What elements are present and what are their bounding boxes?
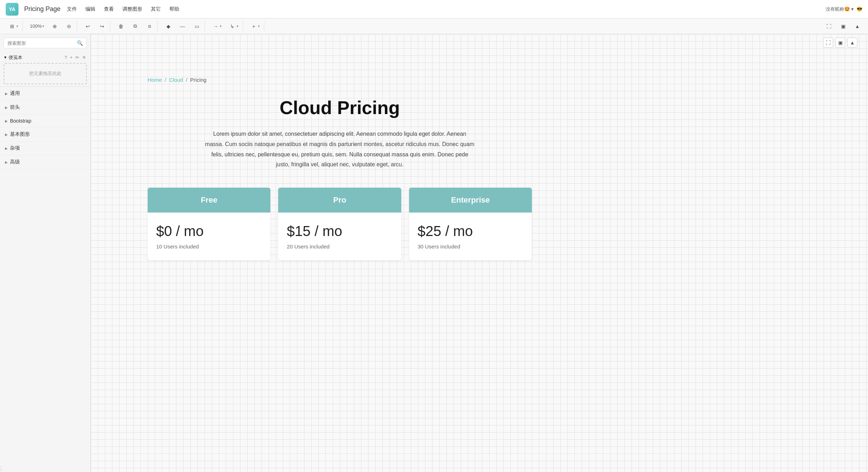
category-arrow-arrows: ▶	[5, 106, 8, 109]
fill-button[interactable]: ◆	[162, 21, 175, 31]
redo-icon: ↪	[99, 23, 106, 30]
canvas-collapse-button[interactable]: ▲	[847, 38, 857, 48]
scratchpad-add-button[interactable]: +	[69, 54, 73, 61]
add-button[interactable]: + ▾	[247, 21, 263, 31]
card-price-free: $0 / mo	[156, 223, 262, 239]
fullscreen-button[interactable]: ⛶	[822, 21, 835, 31]
category-advanced[interactable]: ▶ 高级	[0, 155, 90, 169]
search-box: 🔍	[4, 38, 87, 48]
line-button[interactable]: —	[176, 21, 189, 31]
card-users-enterprise: 30 Users included	[418, 243, 523, 250]
canvas-controls: ⛶ ▣ ▲	[823, 38, 857, 48]
titlebar-right: 没有昵称🤩 ▾ 😎	[826, 6, 862, 12]
user-avatar-icon: 😎	[857, 6, 862, 12]
panel-toggle-button[interactable]: ▣	[837, 21, 850, 31]
menu-help[interactable]: 帮助	[169, 5, 180, 14]
collapse-button[interactable]: ▲	[851, 21, 864, 31]
line-color-icon: —	[179, 23, 186, 30]
scratchpad-header: ▼ 便笺本 ? + ✏ ✕	[4, 54, 87, 61]
card-header-pro: Pro	[278, 188, 401, 213]
menu-view[interactable]: 查看	[103, 5, 115, 14]
category-arrow-misc: ▶	[5, 146, 8, 150]
delete-icon: 🗑	[117, 23, 125, 30]
undo-button[interactable]: ↩	[81, 21, 94, 31]
card-body-pro: $15 / mo 20 Users included	[278, 213, 401, 260]
scratchpad-close-button[interactable]: ✕	[81, 54, 87, 61]
menu-adjust[interactable]: 调整图形	[122, 5, 143, 14]
scratchpad-collapse-icon[interactable]: ▼	[4, 55, 7, 59]
scratchpad-drop-area: 把元素拖至此处	[4, 63, 87, 84]
category-bootstrap[interactable]: ▶ Bootstrap	[0, 114, 90, 128]
category-arrows[interactable]: ▶ 箭头	[0, 101, 90, 114]
card-price-pro: $15 / mo	[287, 223, 392, 239]
path-button[interactable]: ↳ ▾	[226, 21, 241, 31]
toolbar-add-group: + ▾	[246, 21, 264, 31]
toolbar-right-group: ⛶ ▣ ▲	[822, 21, 864, 31]
canvas-panel-button[interactable]: ▣	[835, 38, 845, 48]
search-input[interactable]	[7, 41, 75, 46]
menu-edit[interactable]: 编辑	[85, 5, 96, 14]
toolbar: ⊞ ▾ 100% ▾ ⊕ ⊖ ↩ ↪ 🗑 ⧉ ⧇	[0, 18, 868, 34]
category-arrow-general: ▶	[5, 92, 8, 96]
zoom-in-button[interactable]: ⊕	[48, 21, 61, 31]
arrow-icon: →	[212, 23, 219, 30]
titlebar: YA Pricing Page 文件 编辑 查看 调整图形 其它 帮助 没有昵称…	[0, 0, 868, 18]
category-label-basic: 基本图形	[10, 131, 30, 138]
delete-button[interactable]: 🗑	[115, 21, 127, 31]
category-label-general: 通用	[10, 90, 20, 97]
paste-button[interactable]: ⧇	[143, 21, 156, 31]
path-icon: ↳	[229, 23, 236, 30]
card-header-free: Free	[148, 188, 270, 213]
category-misc[interactable]: ▶ 杂项	[0, 141, 90, 155]
app-logo: YA	[6, 3, 18, 16]
zoom-out-icon: ⊖	[65, 23, 73, 30]
user-label[interactable]: 没有昵称🤩 ▾	[826, 6, 854, 12]
breadcrumb-cloud[interactable]: Cloud	[169, 77, 183, 83]
pricing-card-pro: Pro $15 / mo 20 Users included	[278, 188, 401, 260]
menu-other[interactable]: 其它	[150, 5, 162, 14]
scratchpad-edit-button[interactable]: ✏	[75, 54, 80, 61]
category-label-arrows: 箭头	[10, 104, 20, 111]
breadcrumb-sep-2: /	[186, 77, 187, 83]
menu-file[interactable]: 文件	[66, 5, 78, 14]
pricing-card-free: Free $0 / mo 10 Users included	[148, 188, 270, 260]
collapse-icon: ▲	[854, 23, 861, 30]
category-basic-shapes[interactable]: ▶ 基本图形	[0, 128, 90, 141]
category-arrow-advanced: ▶	[5, 160, 8, 164]
rect-button[interactable]: ▭	[190, 21, 203, 31]
category-label-bootstrap: Bootstrap	[10, 118, 31, 124]
paste-icon: ⧇	[146, 23, 153, 30]
fullscreen-icon: ⛶	[825, 23, 832, 30]
canvas-area[interactable]: Home / Cloud / Pricing Cloud Pricing Lor…	[91, 34, 868, 472]
toolbar-layout-group: ⊞ ▾	[4, 21, 23, 31]
breadcrumb-pricing: Pricing	[190, 77, 207, 83]
scratchpad-section: ▼ 便笺本 ? + ✏ ✕ 把元素拖至此处	[0, 52, 90, 87]
card-users-free: 10 Users included	[156, 243, 262, 250]
panel-icon: ▣	[840, 23, 847, 30]
zoom-out-button[interactable]: ⊖	[63, 21, 75, 31]
toolbar-history-group: ↩ ↪	[80, 21, 110, 31]
copy-button[interactable]: ⧉	[129, 21, 142, 31]
page-title: Cloud Pricing	[148, 97, 532, 118]
card-users-pro: 20 Users included	[287, 243, 392, 250]
category-general[interactable]: ▶ 通用	[0, 87, 90, 101]
rect-icon: ▭	[193, 23, 200, 30]
canvas-expand-button[interactable]: ⛶	[823, 38, 833, 48]
card-body-enterprise: $25 / mo 30 Users included	[409, 213, 532, 260]
pricing-cards: Free $0 / mo 10 Users included Pro $15 /…	[148, 188, 532, 260]
sidebar: 🔍 ▼ 便笺本 ? + ✏ ✕ 把元素拖至此处 ▶ 通用 ▶ 箭头	[0, 34, 91, 472]
shape-categories: ▶ 通用 ▶ 箭头 ▶ Bootstrap ▶ 基本图形 ▶ 杂项 ▶ 高级	[0, 87, 90, 465]
layout-button[interactable]: ⊞ ▾	[6, 21, 21, 31]
category-arrow-bootstrap: ▶	[5, 119, 8, 123]
layout-icon: ⊞	[9, 23, 16, 30]
toolbar-style-group: ◆ — ▭	[160, 21, 205, 31]
resize-handle[interactable]	[0, 465, 2, 472]
zoom-level-button[interactable]: 100% ▾	[27, 22, 47, 30]
fill-icon: ◆	[165, 23, 172, 30]
arrow-button[interactable]: → ▾	[209, 21, 224, 31]
page-description: Lorem ipsum dolor sit amet, consectetuer…	[205, 129, 475, 170]
scratchpad-help-button[interactable]: ?	[64, 54, 68, 61]
plan-name-free: Free	[201, 195, 217, 204]
breadcrumb-home[interactable]: Home	[148, 77, 162, 83]
redo-button[interactable]: ↪	[96, 21, 108, 31]
